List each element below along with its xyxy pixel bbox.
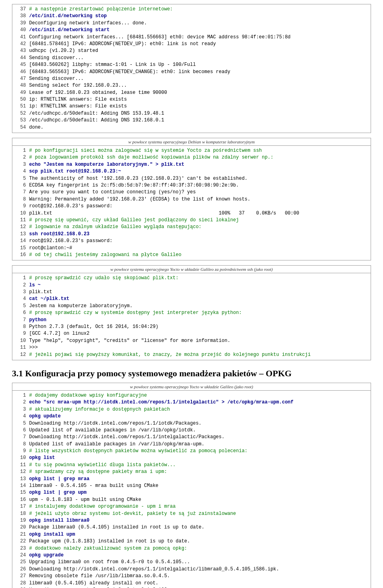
line-text: # sprawdzamy czy są dostępne pakiety mra… xyxy=(29,469,368,475)
line-number: 14 xyxy=(15,238,26,244)
line-text: Jestem na komputerze laboratoryjnym. xyxy=(29,303,368,310)
line: 47Sending discover... xyxy=(15,75,368,82)
line-text: # po konfiguracji sieci można zalogować … xyxy=(29,147,368,154)
line-number: 45 xyxy=(15,62,26,68)
line: 1# dodajemy dodatkowe wpisy konfiguracyj… xyxy=(15,392,368,399)
line-text: libmraa0 - 0.5.4.105 - mraa built using … xyxy=(29,483,368,489)
line-text: Downloading http://iotdk.intel.com/repos… xyxy=(29,434,368,441)
line: 8Updated list of available packages in /… xyxy=(15,441,368,448)
line-text: Updated list of available packages in /v… xyxy=(29,427,368,434)
line: 13ssh root@192.168.0.23 xyxy=(15,231,368,238)
line: 11>>> xyxy=(15,344,368,351)
line-number: 8 xyxy=(15,324,26,330)
line-number: 1 xyxy=(15,275,26,282)
line: 37# a następnie zrestartować połączenie … xyxy=(15,6,368,13)
line: 41Configuring network interfaces... [684… xyxy=(15,34,368,41)
line-number: 11 xyxy=(15,462,26,469)
line-text: # proszę się upewnić, czy układ Galileo … xyxy=(29,217,368,224)
line: 7Are you sure you want to continue conne… xyxy=(15,189,368,196)
line-text: The authenticity of host '192.168.0.23 (… xyxy=(29,175,368,182)
line-text: opkg list | grep upm xyxy=(29,489,368,496)
line-text: ssh root@192.168.0.23 xyxy=(29,231,368,238)
line-text: scp plik.txt root@192.168.0.23:~ xyxy=(29,168,368,175)
line-number: 12 xyxy=(15,352,26,358)
line: 9[GCC 4.7.2] on linux2 xyxy=(15,330,368,337)
line-number: 2 xyxy=(15,399,26,406)
line-number: 13 xyxy=(15,231,26,238)
line: 25Upgrading libmraa0 on root from 0.4.5-… xyxy=(15,559,368,566)
line-text: Sending discover... xyxy=(29,55,368,62)
line-text: plik.txt 100% 37 0.0KB/s 00:00 xyxy=(29,210,368,217)
line-text: # listę wszystkich dostępnych pakietów m… xyxy=(29,448,368,455)
line-text: opkg list | grep mraa xyxy=(29,476,368,483)
line: 40/etc/init.d/networking start xyxy=(15,27,368,34)
line: 10opkg list xyxy=(15,455,368,461)
line-text: [68481.578461] IPv6: ADDRCONF(NETDEV_UP)… xyxy=(29,41,368,48)
line: 11# proszę się upewnić, czy układ Galile… xyxy=(15,217,368,224)
line: 24opkg upgrade xyxy=(15,552,368,559)
line: 3# aktualizujemy informacje o dostępnych… xyxy=(15,406,368,413)
line-number: 47 xyxy=(15,75,26,82)
line-text: # dodatkowo należy zaktualizować system … xyxy=(29,545,368,552)
line-number: 49 xyxy=(15,89,26,96)
line: 45[68483.560262] libphy: stmmac-1:01 - L… xyxy=(15,62,368,68)
line-text: root@clanton:~# xyxy=(29,245,368,252)
line: 16upm - 0.1.8.183 - upm built using CMak… xyxy=(15,497,368,503)
line-number: 42 xyxy=(15,41,26,48)
line-text: opkg install libmraa0 xyxy=(29,517,368,524)
line: 1# po konfiguracji sieci można zalogować… xyxy=(15,147,368,154)
line-text: Upgrading libmraa0 on root from 0.4.5-r0… xyxy=(29,559,368,566)
line-text: # jeżeli pojawi się powyższy komunikat, … xyxy=(29,352,368,358)
line-number: 19 xyxy=(15,517,26,524)
line: 5Downloading http://iotdk.intel.com/repo… xyxy=(15,420,368,427)
line: 9# listę wszystkich dostępnych pakietów … xyxy=(15,448,368,455)
line-number: 51 xyxy=(15,103,26,110)
line-number: 12 xyxy=(15,224,26,230)
line-number: 3 xyxy=(15,406,26,413)
line-text: Type "help", "copyright", "credits" or "… xyxy=(29,338,368,344)
line: 3echo "Jestem na komputerze laboratoryjn… xyxy=(15,161,368,168)
line-number: 38 xyxy=(15,13,26,20)
line: 51ip: RTNETLINK answers: File exists xyxy=(15,103,368,110)
line-number: 7 xyxy=(15,317,26,324)
line-number: 10 xyxy=(15,455,26,461)
section-heading: 3.1 Konfiguracja przy pomocy systemowego… xyxy=(12,368,371,379)
line-text: Python 2.7.3 (default, Oct 16 2014, 16:0… xyxy=(29,324,368,330)
line-text: /etc/init.d/networking stop xyxy=(29,13,368,20)
line-number: 16 xyxy=(15,252,26,258)
line: 13opkg list | grep mraa xyxy=(15,476,368,483)
line: 17# instalujemy dodatkowe oprogramowanie… xyxy=(15,503,368,510)
line-number: 16 xyxy=(15,497,26,503)
line-text: /etc/udhcpc.d/50default: Adding DNS 192.… xyxy=(29,117,368,124)
line-text: # proszę sprawdzić czy w systemie dostęp… xyxy=(29,310,368,316)
line: 46[68483.565563] IPv6: ADDRCONF(NETDEV_C… xyxy=(15,69,368,75)
line-number: 11 xyxy=(15,217,26,224)
line-number: 15 xyxy=(15,245,26,252)
line: 15opkg list | grep upm xyxy=(15,489,368,496)
line-text: Removing obsolete file /usr/lib/libmraa.… xyxy=(29,573,368,580)
line: 21opkg install upm xyxy=(15,531,368,538)
line-number: 39 xyxy=(15,20,26,27)
line-number: 41 xyxy=(15,34,26,41)
line: 18# jeżeli użyto obraz systemu iot-devki… xyxy=(15,511,368,517)
line: 7python xyxy=(15,317,368,324)
line-text: Lease of 192.168.0.23 obtained, lease ti… xyxy=(29,89,368,96)
line-text: Configuring network interfaces... [68481… xyxy=(29,34,368,41)
line: 42[68481.578461] IPv6: ADDRCONF(NETDEV_U… xyxy=(15,41,368,48)
line: 23# dodatkowo należy zaktualizować syste… xyxy=(15,545,368,552)
line-text: ls ~ xyxy=(29,282,368,289)
line-number: 27 xyxy=(15,573,26,580)
line-text: >>> xyxy=(29,344,368,351)
line-number: 4 xyxy=(15,296,26,302)
line: 38/etc/init.d/networking stop xyxy=(15,13,368,20)
line-number: 13 xyxy=(15,476,26,483)
line-number: 14 xyxy=(15,483,26,489)
line-text: Package upm (0.1.8.183) installed in roo… xyxy=(29,538,368,545)
line-number: 53 xyxy=(15,117,26,124)
line-number: 46 xyxy=(15,69,26,75)
line-text: python xyxy=(29,317,368,324)
line-number: 6 xyxy=(15,182,26,189)
line: 2ls ~ xyxy=(15,282,368,289)
line-number: 6 xyxy=(15,310,26,316)
line: 22Package upm (0.1.8.183) installed in r… xyxy=(15,538,368,545)
